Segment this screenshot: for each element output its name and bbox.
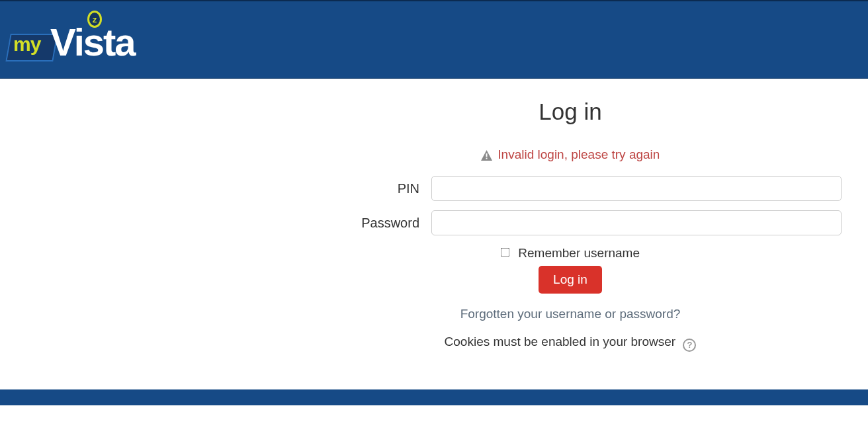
brand-logo[interactable]: z my Vista	[8, 11, 167, 65]
pin-label: PIN	[299, 181, 431, 196]
forgot-password-link[interactable]: Forgotten your username or password?	[460, 307, 681, 321]
remember-row: Remember username	[299, 246, 842, 261]
login-title: Log in	[299, 99, 842, 125]
login-button[interactable]: Log in	[539, 266, 602, 294]
warning-icon	[481, 149, 496, 162]
svg-rect-1	[486, 158, 487, 159]
pin-input[interactable]	[431, 176, 842, 201]
remember-label-wrap[interactable]: Remember username	[501, 246, 640, 260]
site-footer	[0, 389, 868, 405]
main-content: Log in Invalid login, please try again P…	[0, 79, 868, 389]
site-header: z my Vista	[0, 1, 868, 79]
remember-label: Remember username	[518, 246, 640, 260]
logo-my-text: my	[13, 33, 40, 56]
svg-rect-0	[486, 153, 487, 157]
password-label: Password	[299, 216, 431, 231]
cookies-text: Cookies must be enabled in your browser	[445, 335, 676, 348]
pin-row: PIN	[299, 176, 842, 201]
remember-checkbox[interactable]	[501, 248, 510, 257]
help-icon[interactable]: ?	[683, 339, 696, 352]
logo-vista-text: Vista	[50, 20, 135, 64]
password-row: Password	[299, 210, 842, 235]
login-panel: Log in Invalid login, please try again P…	[299, 99, 842, 356]
login-error-text: Invalid login, please try again	[498, 147, 660, 161]
cookies-notice: Cookies must be enabled in your browser …	[299, 335, 842, 352]
password-input[interactable]	[431, 210, 842, 235]
login-error: Invalid login, please try again	[299, 147, 842, 163]
